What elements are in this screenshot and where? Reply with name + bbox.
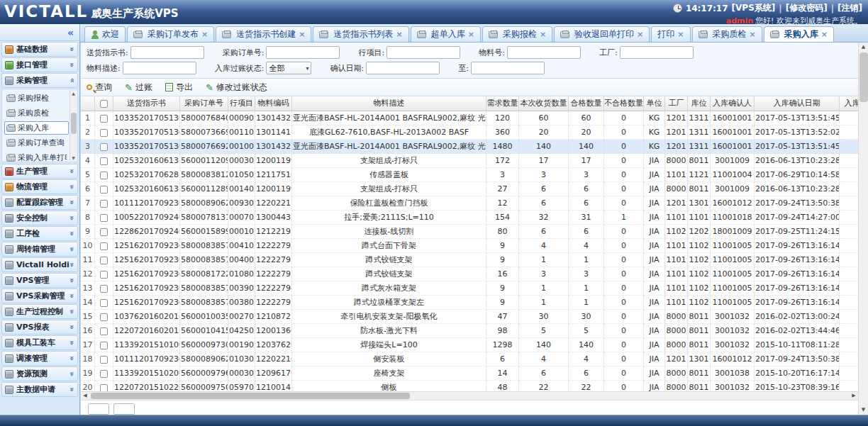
column-header[interactable]: 需求数量 — [486, 96, 519, 111]
change-password-link[interactable]: [修改密码] — [786, 2, 828, 14]
row-checkbox[interactable] — [100, 342, 108, 349]
toolbar-button[interactable]: ✎ 导出 — [165, 82, 193, 94]
sidebar-group[interactable]: 配置跟踪管理 » — [1, 195, 78, 210]
pagination-box[interactable] — [88, 403, 109, 415]
sidebar-group[interactable]: VPS管理 » — [1, 273, 78, 288]
table-row[interactable]: 2 103352017051304 5800073669 00110 13011… — [81, 125, 858, 140]
tab-close-icon[interactable]: × — [540, 30, 546, 39]
filter-input[interactable]: ▾ — [366, 62, 440, 74]
row-checkbox-cell[interactable] — [95, 324, 113, 338]
row-checkbox[interactable] — [100, 214, 108, 222]
tab-close-icon[interactable]: × — [396, 30, 402, 39]
row-checkbox-cell[interactable] — [95, 366, 113, 381]
row-checkbox[interactable] — [100, 143, 108, 151]
sidebar-group-expanded[interactable]: 采购管理 » — [1, 73, 78, 88]
row-checkbox-cell[interactable] — [95, 239, 113, 253]
tab[interactable]: 打印 × — [651, 26, 690, 42]
column-header[interactable]: 不合格数量 — [604, 96, 644, 111]
tab[interactable]: 采购入库 × — [764, 26, 834, 42]
tab[interactable]: 采购质检 × — [692, 26, 762, 42]
table-row[interactable]: 5 102532017062814 5800083812 01050 12117… — [81, 168, 858, 182]
table-row[interactable]: 18 101112017092302 5800089062 01030 1220… — [81, 352, 858, 366]
row-checkbox[interactable] — [100, 228, 108, 236]
scroll-up-icon[interactable]: ▲ — [859, 43, 868, 52]
row-checkbox-cell[interactable] — [95, 352, 113, 366]
sidebar-group[interactable]: 生产过程控制 » — [1, 304, 78, 319]
table-row[interactable]: 6 102532016061311 5600011289 00140 12001… — [81, 182, 858, 196]
sidebar-submenu-item[interactable]: 采购质检 — [4, 106, 69, 120]
table-row[interactable]: 14 125162017092306 5800083857 00380 1222… — [81, 296, 858, 310]
column-header[interactable]: 库位 — [688, 96, 711, 111]
table-row[interactable]: 8 100522017092401 5800078131 00070 13004… — [81, 211, 858, 225]
sidebar-group[interactable]: VPS采购管理 » — [1, 288, 78, 303]
row-checkbox-cell[interactable] — [95, 281, 113, 296]
column-header[interactable]: 行项目 — [228, 96, 255, 111]
filter-input[interactable]: ▾ — [620, 46, 694, 59]
scrollbar-thumb[interactable] — [91, 393, 410, 399]
vps-system-link[interactable]: [VPS系统] — [732, 2, 776, 14]
sidebar-submenu-item[interactable]: 采购订单查询 — [4, 136, 69, 150]
sidebar-group[interactable]: 主数据申请 » — [1, 382, 78, 397]
table-row[interactable]: 11 125162017092306 5800083857 00400 1222… — [81, 253, 858, 267]
column-header[interactable]: 入库确认日期 — [755, 96, 840, 111]
column-header[interactable]: 单位 — [644, 96, 665, 111]
sidebar-submenu-item[interactable]: 采购入库 — [4, 121, 69, 135]
scroll-left-icon[interactable]: ◀ — [81, 392, 89, 400]
row-checkbox[interactable] — [100, 115, 108, 123]
tab-close-icon[interactable]: × — [677, 30, 684, 39]
table-row[interactable]: 3 103352017051301 5800076692 00100 13014… — [81, 140, 858, 154]
row-checkbox-cell[interactable] — [95, 182, 113, 196]
table-row[interactable]: 17 113392015101001 5600009730 00190 1203… — [81, 338, 858, 352]
scroll-up-icon[interactable]: ▲ — [70, 90, 77, 96]
sidebar-submenu-item[interactable]: 采购入库单打印 — [4, 151, 69, 162]
logout-link[interactable]: [注销] — [838, 2, 862, 14]
table-row[interactable]: 15 103762016020101 5600010035 00270 1210… — [81, 310, 858, 324]
scroll-right-icon[interactable]: ▶ — [850, 392, 858, 400]
row-checkbox-cell[interactable] — [95, 140, 113, 154]
toolbar-button[interactable]: ✎ 过账 — [125, 82, 152, 94]
vertical-scrollbar[interactable]: ▲ ▼ — [858, 43, 868, 415]
row-checkbox[interactable] — [100, 157, 108, 165]
row-checkbox-cell[interactable] — [95, 253, 113, 267]
sidebar-group[interactable]: 模具工装车 » — [1, 335, 78, 350]
sidebar-group[interactable]: 生产管理 » — [1, 164, 78, 179]
row-checkbox[interactable] — [100, 370, 108, 378]
toolbar-button[interactable]: ✎ 修改过账状态 — [206, 82, 267, 94]
row-checkbox-cell[interactable] — [95, 296, 113, 310]
row-checkbox-cell[interactable] — [95, 225, 113, 239]
tab-close-icon[interactable]: × — [299, 30, 305, 39]
tab[interactable]: 欢迎 × — [84, 26, 126, 42]
row-checkbox[interactable] — [100, 327, 108, 335]
column-header[interactable]: 物料描述 — [292, 96, 486, 111]
row-checkbox-cell[interactable] — [95, 125, 113, 140]
tab[interactable]: 送货指示书创建 × — [216, 26, 311, 42]
filter-input[interactable]: ▾ — [471, 62, 545, 74]
tab-close-icon[interactable]: × — [821, 30, 828, 39]
row-checkbox-cell[interactable] — [95, 196, 113, 211]
table-row[interactable]: 10 125162017092306 5800083857 00410 1222… — [81, 239, 858, 253]
select-all-checkbox[interactable] — [100, 100, 108, 108]
table-row[interactable]: 12 125162017092306 5800081722 01080 1222… — [81, 267, 858, 281]
filter-input[interactable]: ▾ — [123, 62, 196, 74]
table-row[interactable]: 19 113392015102002 5600009796 00030 1209… — [81, 366, 858, 381]
row-checkbox-cell[interactable] — [95, 310, 113, 324]
column-header[interactable]: 入库确认人 — [711, 96, 755, 111]
sidebar-group[interactable]: 调漆管理 » — [1, 351, 78, 366]
scrollbar-thumb[interactable] — [71, 113, 77, 134]
toolbar-button[interactable]: ✎ 查询 — [87, 82, 112, 94]
table-row[interactable]: 1 103352017051301 5800076840 00090 13014… — [81, 111, 858, 125]
tab[interactable]: 采购报检 × — [482, 26, 552, 42]
table-row[interactable]: 20 122072015102207 5600009750 05970 1210… — [81, 381, 858, 391]
sidebar-group[interactable]: 安全控制 » — [1, 211, 78, 225]
sidebar-group[interactable]: 接口管理 » — [1, 57, 78, 72]
sidebar-group[interactable]: 物流管理 » — [1, 179, 78, 194]
row-checkbox[interactable] — [100, 285, 108, 293]
row-checkbox-cell[interactable] — [95, 211, 113, 225]
column-header[interactable]: 物料编码 — [255, 96, 292, 111]
row-checkbox[interactable] — [100, 271, 108, 279]
row-checkbox-cell[interactable] — [95, 154, 113, 168]
scrollbar-thumb[interactable] — [859, 52, 868, 102]
table-row[interactable]: 9 122862017092407 5600015899 00010 12122… — [81, 225, 858, 239]
pagination-box[interactable] — [113, 403, 135, 415]
row-checkbox[interactable] — [100, 242, 108, 250]
